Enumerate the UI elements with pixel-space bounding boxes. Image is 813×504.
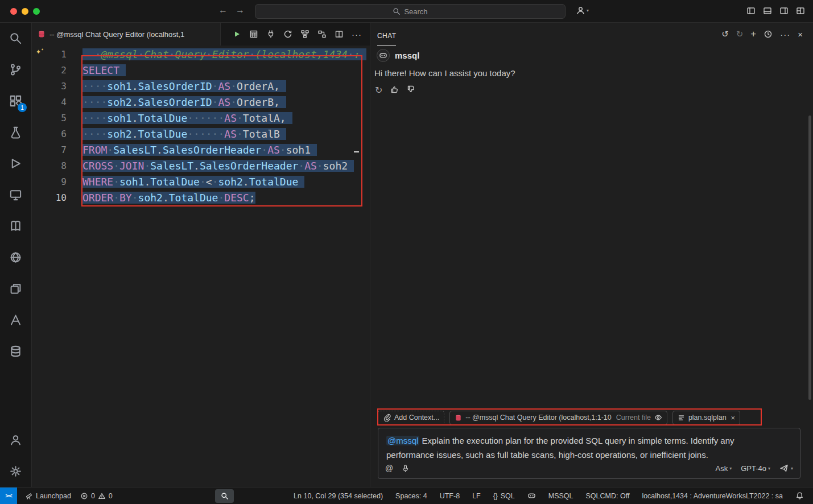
scrollbar-thumb[interactable]	[808, 115, 811, 400]
toggle-secondary-sidebar-icon[interactable]	[779, 6, 789, 15]
code-line[interactable]: 4····soh2.SalesOrderID·AS·OrderB,	[32, 94, 370, 110]
sidebar-item-search[interactable]	[0, 23, 31, 54]
sidebar-item-mssql[interactable]	[0, 336, 31, 367]
editor-lines: 1--·@mssql·Chat·Query·Editor·(localhost,…	[32, 47, 370, 206]
line-number[interactable]: 10	[32, 190, 67, 206]
undo-icon[interactable]: ↺	[721, 29, 729, 39]
search-icon	[9, 32, 22, 45]
line-number[interactable]: 6	[32, 126, 67, 142]
toggle-panel-icon[interactable]	[763, 6, 772, 15]
query-plan-icon[interactable]	[317, 30, 327, 39]
sqlcmd-status-item[interactable]: SQLCMD: Off	[583, 489, 633, 503]
new-chat-icon[interactable]: +	[750, 28, 756, 40]
close-icon[interactable]: ×	[798, 30, 803, 39]
error-count: 0	[91, 492, 95, 500]
split-editor-icon[interactable]	[335, 30, 344, 39]
nav-forward-icon[interactable]: →	[236, 5, 245, 15]
launchpad-item[interactable]: Launchpad	[22, 489, 75, 503]
sidebar-item-settings[interactable]	[0, 456, 31, 487]
line-number[interactable]: 9	[32, 174, 67, 190]
thumbs-down-icon[interactable]	[406, 85, 415, 94]
connection-status-item[interactable]: localhost,1434 : AdventureWorksLT2022 : …	[638, 489, 786, 503]
zoom-indicator[interactable]	[215, 489, 234, 503]
language-mode-item[interactable]: {}SQL	[490, 489, 518, 503]
customize-layout-icon[interactable]	[796, 6, 805, 15]
line-number[interactable]: 3	[32, 79, 67, 94]
chat-input-box[interactable]: @mssql Explain the execution plan for th…	[378, 428, 800, 479]
indentation-item[interactable]: Spaces: 4	[392, 489, 431, 503]
run-query-icon[interactable]	[232, 30, 241, 39]
sidebar-item-azure[interactable]	[0, 304, 31, 336]
sidebar-item-notebook[interactable]	[0, 210, 31, 242]
copilot-status-item[interactable]	[524, 489, 539, 503]
redo-icon[interactable]: ↻	[736, 29, 744, 39]
connect-icon[interactable]	[266, 30, 275, 39]
sidebar-item-accounts[interactable]	[0, 424, 31, 456]
code-line[interactable]: 6····soh2.TotalDue······AS·TotalB	[32, 126, 370, 142]
sidebar-item-extensions[interactable]: 1	[0, 85, 31, 117]
line-number[interactable]: 7	[32, 142, 67, 158]
command-center-search[interactable]: Search	[255, 4, 566, 19]
microphone-icon[interactable]	[401, 464, 410, 473]
sidebar-item-remote-explorer[interactable]	[0, 179, 31, 210]
sidebar-item-github[interactable]	[0, 242, 31, 273]
sidebar-item-source-control[interactable]	[0, 54, 31, 85]
current-file-chip[interactable]: -- @mssql Chat Query Editor (localhost,1…	[449, 411, 667, 425]
eye-icon[interactable]	[654, 414, 662, 422]
sidebar-item-run-debug[interactable]	[0, 148, 31, 179]
code-line[interactable]: 10ORDER·BY·soh2.TotalDue·DESC;	[32, 190, 370, 206]
nav-back-icon[interactable]: ←	[218, 5, 228, 15]
problems-item[interactable]: 0 0	[77, 489, 116, 503]
mention-icon[interactable]: @	[385, 464, 393, 473]
remote-explorer-icon	[9, 188, 22, 201]
code-line[interactable]: 5····soh1.TotalDue······AS·TotalA,	[32, 110, 370, 126]
close-button[interactable]	[10, 8, 17, 15]
code-editor[interactable]: ✦✦ 1--·@mssql·Chat·Query·Editor·(localho…	[32, 46, 370, 487]
send-button[interactable]: ▾	[779, 464, 793, 473]
account-menu[interactable]: ▾	[576, 6, 589, 15]
more-actions-icon[interactable]: ···	[780, 30, 790, 39]
line-number[interactable]: 2	[32, 63, 67, 79]
retry-icon[interactable]: ↻	[375, 85, 382, 96]
code-line[interactable]: 8CROSS·JOIN·SalesLT.SalesOrderHeader·AS·…	[32, 158, 370, 174]
code-line[interactable]: 9WHERE·soh1.TotalDue·<·soh2.TotalDue	[32, 174, 370, 190]
model-dropdown[interactable]: GPT-4o▾	[741, 464, 770, 473]
launchpad-label: Launchpad	[36, 492, 71, 500]
code-line[interactable]: 7FROM·SalesLT.SalesOrderHeader·AS·soh1	[32, 142, 370, 158]
results-grid-icon[interactable]	[249, 30, 258, 39]
copilot-sparkle-icon[interactable]: ✦✦	[36, 47, 44, 56]
code-line[interactable]: 3····soh1.SalesOrderID·AS·OrderA,	[32, 79, 370, 94]
remote-indicator[interactable]: ><	[0, 488, 17, 504]
tab-chat[interactable]: CHAT	[377, 32, 396, 46]
sidebar-item-testing[interactable]	[0, 117, 31, 148]
eol-item[interactable]: LF	[469, 489, 484, 503]
encoding-item[interactable]: UTF-8	[436, 489, 463, 503]
more-actions-icon[interactable]: ···	[352, 30, 362, 39]
plan-file-chip[interactable]: plan.sqlplan ×	[672, 411, 740, 425]
schema-designer-icon[interactable]	[300, 30, 309, 39]
line-number[interactable]: 5	[32, 110, 67, 126]
editor-cursor	[354, 151, 359, 152]
history-icon[interactable]	[764, 30, 773, 39]
code-line[interactable]: 2SELECT	[32, 63, 370, 79]
indentation: Spaces: 4	[395, 492, 427, 500]
toggle-primary-sidebar-icon[interactable]	[746, 6, 756, 15]
notifications-item[interactable]	[792, 489, 807, 503]
thumbs-up-icon[interactable]	[390, 85, 399, 94]
maximize-button[interactable]	[33, 8, 40, 15]
line-number[interactable]: 4	[32, 94, 67, 110]
sidebar-item-containers[interactable]	[0, 273, 31, 304]
minimize-button[interactable]	[22, 8, 28, 15]
database-icon	[38, 30, 46, 38]
chat-input-text[interactable]: @mssql Explain the execution plan for th…	[378, 428, 754, 462]
line-number[interactable]: 8	[32, 158, 67, 174]
change-connection-icon[interactable]	[283, 30, 292, 39]
tab-bar: -- @mssql Chat Query Editor (localhost,1…	[32, 23, 370, 46]
tab-query-editor[interactable]: -- @mssql Chat Query Editor (localhost,1	[32, 23, 221, 46]
mode-dropdown[interactable]: Ask▾	[715, 464, 732, 473]
close-icon[interactable]: ×	[731, 414, 736, 422]
mssql-status-item[interactable]: MSSQL	[545, 489, 577, 503]
cursor-position-item[interactable]: Ln 10, Col 29 (354 selected)	[290, 489, 386, 503]
code-line[interactable]: 1--·@mssql·Chat·Query·Editor·(localhost,…	[32, 47, 370, 63]
add-context-chip[interactable]: Add Context...	[378, 411, 444, 425]
